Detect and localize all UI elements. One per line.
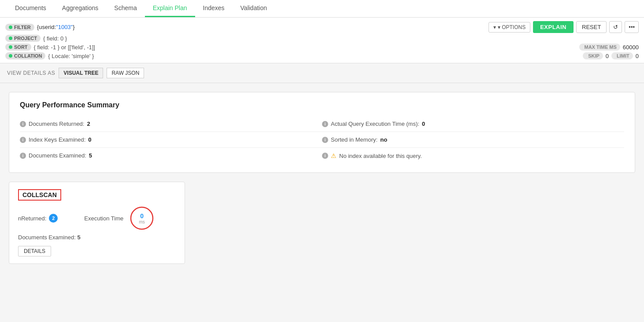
project-badge: PROJECT bbox=[5, 35, 41, 42]
perf-summary: Query Performance Summary i Documents Re… bbox=[9, 92, 635, 173]
filter-value[interactable]: {userid:"1003"} bbox=[37, 24, 75, 30]
index-keys-value: 0 bbox=[88, 136, 91, 143]
docs-examined-value: 5 bbox=[89, 152, 92, 159]
limit-badge: LIMIT bbox=[611, 52, 633, 59]
maxtime-badge: MAX TIME MS bbox=[579, 44, 620, 51]
sorted-memory-label: Sorted in Memory: bbox=[331, 136, 378, 143]
exec-time-row: i Actual Query Execution Time (ms): 0 bbox=[322, 116, 624, 132]
sorted-memory-row: i Sorted in Memory: no bbox=[322, 132, 624, 148]
docs-examined-row: i Documents Examined: 5 bbox=[20, 148, 322, 163]
warn-icon: ⚠ bbox=[331, 152, 337, 159]
perf-right-col: i Actual Query Execution Time (ms): 0 i … bbox=[322, 116, 624, 164]
exec-time-label: Actual Query Execution Time (ms): bbox=[331, 121, 419, 127]
tab-explain-plan[interactable]: Explain Plan bbox=[145, 0, 195, 17]
info-icon-4: i bbox=[322, 121, 328, 127]
collscan-box: COLLSCAN nReturned: 2 Execution Time bbox=[9, 182, 185, 264]
info-icon-6: i bbox=[322, 153, 328, 159]
project-value[interactable]: { field: 0 } bbox=[43, 35, 67, 42]
nreturned-value: 2 bbox=[49, 214, 58, 223]
main-content: Query Performance Summary i Documents Re… bbox=[0, 83, 644, 303]
tab-aggregations[interactable]: Aggregations bbox=[54, 0, 107, 17]
history-button[interactable]: ↺ bbox=[609, 21, 622, 33]
no-index-row: i ⚠ No index available for this query. bbox=[322, 148, 624, 164]
options-button[interactable]: ▾ ▾ OPTIONS bbox=[489, 22, 530, 33]
exec-circle-text: 0 ms bbox=[139, 212, 145, 224]
tab-indexes[interactable]: Indexes bbox=[195, 0, 233, 17]
collation-badge: COLLATION bbox=[5, 52, 45, 59]
sort-value[interactable]: { field: -1 } or [['field', -1]] bbox=[34, 44, 95, 51]
collation-value[interactable]: { Locale: 'simple' } bbox=[48, 53, 94, 59]
sort-badge: SORT bbox=[5, 44, 31, 51]
visual-tree-button[interactable]: VISUAL TREE bbox=[59, 68, 103, 78]
exec-time-stat-label: Execution Time bbox=[84, 215, 123, 222]
index-keys-row: i Index Keys Examined: 0 bbox=[20, 132, 322, 148]
query-bar: FILTER {userid:"1003"} ▾ ▾ OPTIONS EXPLA… bbox=[0, 18, 644, 63]
perf-grid: i Documents Returned: 2 i Index Keys Exa… bbox=[20, 116, 624, 164]
info-icon: i bbox=[20, 121, 26, 127]
tab-documents[interactable]: Documents bbox=[7, 0, 54, 17]
tab-schema[interactable]: Schema bbox=[106, 0, 144, 17]
more-button[interactable]: ••• bbox=[625, 21, 639, 33]
docs-examined-label: Documents Examined: bbox=[29, 152, 86, 159]
collscan-docs-label: Documents Examined: bbox=[18, 234, 76, 241]
details-button[interactable]: DETAILS bbox=[18, 246, 51, 256]
info-icon-2: i bbox=[20, 137, 26, 143]
nreturned-stat: nReturned: 2 bbox=[18, 214, 58, 223]
raw-json-button[interactable]: RAW JSON bbox=[107, 68, 144, 78]
reset-button[interactable]: RESET bbox=[576, 21, 607, 33]
perf-left-col: i Documents Returned: 2 i Index Keys Exa… bbox=[20, 116, 322, 164]
exec-time-stat: Execution Time 0 ms bbox=[84, 206, 154, 231]
nreturned-label: nReturned: bbox=[18, 215, 46, 222]
docs-returned-row: i Documents Returned: 2 bbox=[20, 116, 322, 132]
exec-time-value: 0 bbox=[422, 121, 425, 127]
view-details-label: VIEW DETAILS AS bbox=[7, 70, 55, 76]
skip-badge: SKIP bbox=[583, 52, 603, 59]
query-bar-actions: ▾ ▾ OPTIONS EXPLAIN RESET ↺ ••• bbox=[489, 21, 639, 33]
info-icon-5: i bbox=[322, 137, 328, 143]
perf-summary-title: Query Performance Summary bbox=[20, 101, 624, 109]
no-index-label: No index available for this query. bbox=[339, 153, 422, 159]
maxtime-value[interactable]: 60000 bbox=[623, 44, 639, 51]
collscan-title: COLLSCAN bbox=[18, 189, 61, 201]
skip-value[interactable]: 0 bbox=[606, 53, 609, 59]
exec-time-circle: 0 ms bbox=[130, 206, 154, 231]
index-keys-label: Index Keys Examined: bbox=[29, 136, 85, 143]
collscan-section: COLLSCAN nReturned: 2 Execution Time bbox=[9, 182, 635, 264]
sorted-memory-value: no bbox=[380, 136, 387, 143]
collscan-docs-value: 5 bbox=[77, 234, 80, 241]
dropdown-icon: ▾ bbox=[493, 24, 496, 30]
limit-value[interactable]: 0 bbox=[636, 53, 639, 59]
top-nav: Documents Aggregations Schema Explain Pl… bbox=[0, 0, 644, 18]
info-icon-3: i bbox=[20, 153, 26, 159]
docs-returned-label: Documents Returned: bbox=[29, 121, 84, 127]
collscan-docs-examined: Documents Examined: 5 bbox=[18, 234, 176, 241]
filter-badge: FILTER bbox=[5, 24, 34, 31]
docs-returned-value: 2 bbox=[87, 121, 90, 127]
explain-button[interactable]: EXPLAIN bbox=[533, 21, 574, 33]
view-details-bar: VIEW DETAILS AS VISUAL TREE RAW JSON bbox=[0, 63, 644, 83]
tab-validation[interactable]: Validation bbox=[233, 0, 275, 17]
collscan-stats-row: nReturned: 2 Execution Time bbox=[18, 206, 176, 231]
